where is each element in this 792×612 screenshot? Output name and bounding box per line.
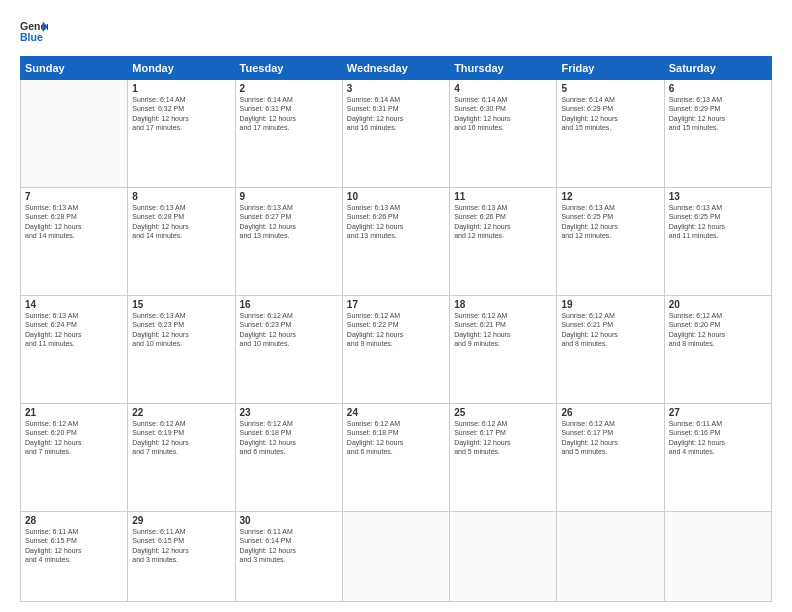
day-info: Sunrise: 6:13 AM Sunset: 6:28 PM Dayligh… bbox=[25, 203, 123, 241]
logo-icon: General Blue bbox=[20, 18, 48, 46]
calendar-cell: 8Sunrise: 6:13 AM Sunset: 6:28 PM Daylig… bbox=[128, 188, 235, 296]
day-number: 6 bbox=[669, 83, 767, 94]
calendar-cell: 24Sunrise: 6:12 AM Sunset: 6:18 PM Dayli… bbox=[342, 404, 449, 512]
day-number: 13 bbox=[669, 191, 767, 202]
calendar-week-4: 21Sunrise: 6:12 AM Sunset: 6:20 PM Dayli… bbox=[21, 404, 772, 512]
day-info: Sunrise: 6:13 AM Sunset: 6:26 PM Dayligh… bbox=[454, 203, 552, 241]
calendar-week-3: 14Sunrise: 6:13 AM Sunset: 6:24 PM Dayli… bbox=[21, 296, 772, 404]
calendar-cell bbox=[664, 512, 771, 602]
day-number: 3 bbox=[347, 83, 445, 94]
day-info: Sunrise: 6:13 AM Sunset: 6:23 PM Dayligh… bbox=[132, 311, 230, 349]
day-info: Sunrise: 6:12 AM Sunset: 6:20 PM Dayligh… bbox=[25, 419, 123, 457]
calendar-cell: 29Sunrise: 6:11 AM Sunset: 6:15 PM Dayli… bbox=[128, 512, 235, 602]
logo: General Blue bbox=[20, 18, 48, 46]
day-info: Sunrise: 6:13 AM Sunset: 6:24 PM Dayligh… bbox=[25, 311, 123, 349]
day-info: Sunrise: 6:11 AM Sunset: 6:15 PM Dayligh… bbox=[132, 527, 230, 565]
page: General Blue SundayMondayTuesdayWednesda… bbox=[0, 0, 792, 612]
day-info: Sunrise: 6:12 AM Sunset: 6:17 PM Dayligh… bbox=[454, 419, 552, 457]
day-info: Sunrise: 6:12 AM Sunset: 6:18 PM Dayligh… bbox=[240, 419, 338, 457]
weekday-header-sunday: Sunday bbox=[21, 57, 128, 80]
calendar-cell: 13Sunrise: 6:13 AM Sunset: 6:25 PM Dayli… bbox=[664, 188, 771, 296]
weekday-header-friday: Friday bbox=[557, 57, 664, 80]
day-number: 27 bbox=[669, 407, 767, 418]
weekday-header-saturday: Saturday bbox=[664, 57, 771, 80]
day-info: Sunrise: 6:13 AM Sunset: 6:29 PM Dayligh… bbox=[669, 95, 767, 133]
day-number: 4 bbox=[454, 83, 552, 94]
calendar-cell: 19Sunrise: 6:12 AM Sunset: 6:21 PM Dayli… bbox=[557, 296, 664, 404]
day-number: 23 bbox=[240, 407, 338, 418]
day-info: Sunrise: 6:12 AM Sunset: 6:21 PM Dayligh… bbox=[561, 311, 659, 349]
day-number: 2 bbox=[240, 83, 338, 94]
calendar-cell: 10Sunrise: 6:13 AM Sunset: 6:26 PM Dayli… bbox=[342, 188, 449, 296]
day-number: 10 bbox=[347, 191, 445, 202]
calendar-week-2: 7Sunrise: 6:13 AM Sunset: 6:28 PM Daylig… bbox=[21, 188, 772, 296]
day-info: Sunrise: 6:13 AM Sunset: 6:27 PM Dayligh… bbox=[240, 203, 338, 241]
day-info: Sunrise: 6:12 AM Sunset: 6:21 PM Dayligh… bbox=[454, 311, 552, 349]
calendar-cell: 16Sunrise: 6:12 AM Sunset: 6:23 PM Dayli… bbox=[235, 296, 342, 404]
weekday-header-tuesday: Tuesday bbox=[235, 57, 342, 80]
calendar-cell: 1Sunrise: 6:14 AM Sunset: 6:32 PM Daylig… bbox=[128, 80, 235, 188]
day-number: 5 bbox=[561, 83, 659, 94]
day-number: 16 bbox=[240, 299, 338, 310]
calendar-cell: 25Sunrise: 6:12 AM Sunset: 6:17 PM Dayli… bbox=[450, 404, 557, 512]
calendar-cell: 11Sunrise: 6:13 AM Sunset: 6:26 PM Dayli… bbox=[450, 188, 557, 296]
calendar-cell: 20Sunrise: 6:12 AM Sunset: 6:20 PM Dayli… bbox=[664, 296, 771, 404]
day-info: Sunrise: 6:12 AM Sunset: 6:23 PM Dayligh… bbox=[240, 311, 338, 349]
svg-text:Blue: Blue bbox=[20, 31, 43, 43]
calendar-table: SundayMondayTuesdayWednesdayThursdayFrid… bbox=[20, 56, 772, 602]
day-info: Sunrise: 6:12 AM Sunset: 6:18 PM Dayligh… bbox=[347, 419, 445, 457]
weekday-header-wednesday: Wednesday bbox=[342, 57, 449, 80]
day-info: Sunrise: 6:13 AM Sunset: 6:26 PM Dayligh… bbox=[347, 203, 445, 241]
day-info: Sunrise: 6:14 AM Sunset: 6:31 PM Dayligh… bbox=[347, 95, 445, 133]
calendar-cell: 15Sunrise: 6:13 AM Sunset: 6:23 PM Dayli… bbox=[128, 296, 235, 404]
day-info: Sunrise: 6:12 AM Sunset: 6:19 PM Dayligh… bbox=[132, 419, 230, 457]
day-info: Sunrise: 6:11 AM Sunset: 6:16 PM Dayligh… bbox=[669, 419, 767, 457]
calendar-cell: 23Sunrise: 6:12 AM Sunset: 6:18 PM Dayli… bbox=[235, 404, 342, 512]
day-number: 9 bbox=[240, 191, 338, 202]
day-number: 17 bbox=[347, 299, 445, 310]
day-info: Sunrise: 6:12 AM Sunset: 6:17 PM Dayligh… bbox=[561, 419, 659, 457]
day-info: Sunrise: 6:12 AM Sunset: 6:22 PM Dayligh… bbox=[347, 311, 445, 349]
day-number: 29 bbox=[132, 515, 230, 526]
day-info: Sunrise: 6:14 AM Sunset: 6:30 PM Dayligh… bbox=[454, 95, 552, 133]
calendar-week-5: 28Sunrise: 6:11 AM Sunset: 6:15 PM Dayli… bbox=[21, 512, 772, 602]
calendar-cell: 22Sunrise: 6:12 AM Sunset: 6:19 PM Dayli… bbox=[128, 404, 235, 512]
day-number: 8 bbox=[132, 191, 230, 202]
day-info: Sunrise: 6:14 AM Sunset: 6:29 PM Dayligh… bbox=[561, 95, 659, 133]
calendar-cell: 28Sunrise: 6:11 AM Sunset: 6:15 PM Dayli… bbox=[21, 512, 128, 602]
calendar-cell: 17Sunrise: 6:12 AM Sunset: 6:22 PM Dayli… bbox=[342, 296, 449, 404]
calendar-cell: 18Sunrise: 6:12 AM Sunset: 6:21 PM Dayli… bbox=[450, 296, 557, 404]
calendar-cell: 12Sunrise: 6:13 AM Sunset: 6:25 PM Dayli… bbox=[557, 188, 664, 296]
day-info: Sunrise: 6:13 AM Sunset: 6:28 PM Dayligh… bbox=[132, 203, 230, 241]
calendar-week-1: 1Sunrise: 6:14 AM Sunset: 6:32 PM Daylig… bbox=[21, 80, 772, 188]
day-number: 25 bbox=[454, 407, 552, 418]
day-number: 15 bbox=[132, 299, 230, 310]
day-info: Sunrise: 6:14 AM Sunset: 6:31 PM Dayligh… bbox=[240, 95, 338, 133]
day-number: 28 bbox=[25, 515, 123, 526]
calendar-cell bbox=[21, 80, 128, 188]
weekday-header-monday: Monday bbox=[128, 57, 235, 80]
day-info: Sunrise: 6:13 AM Sunset: 6:25 PM Dayligh… bbox=[561, 203, 659, 241]
calendar-cell: 27Sunrise: 6:11 AM Sunset: 6:16 PM Dayli… bbox=[664, 404, 771, 512]
header: General Blue bbox=[20, 18, 772, 46]
day-info: Sunrise: 6:14 AM Sunset: 6:32 PM Dayligh… bbox=[132, 95, 230, 133]
calendar-cell: 9Sunrise: 6:13 AM Sunset: 6:27 PM Daylig… bbox=[235, 188, 342, 296]
calendar-cell: 5Sunrise: 6:14 AM Sunset: 6:29 PM Daylig… bbox=[557, 80, 664, 188]
calendar-cell bbox=[557, 512, 664, 602]
calendar-cell: 30Sunrise: 6:11 AM Sunset: 6:14 PM Dayli… bbox=[235, 512, 342, 602]
day-number: 24 bbox=[347, 407, 445, 418]
day-number: 7 bbox=[25, 191, 123, 202]
weekday-header-row: SundayMondayTuesdayWednesdayThursdayFrid… bbox=[21, 57, 772, 80]
calendar-cell: 26Sunrise: 6:12 AM Sunset: 6:17 PM Dayli… bbox=[557, 404, 664, 512]
day-number: 22 bbox=[132, 407, 230, 418]
calendar-cell: 3Sunrise: 6:14 AM Sunset: 6:31 PM Daylig… bbox=[342, 80, 449, 188]
day-number: 12 bbox=[561, 191, 659, 202]
calendar-cell: 6Sunrise: 6:13 AM Sunset: 6:29 PM Daylig… bbox=[664, 80, 771, 188]
day-number: 30 bbox=[240, 515, 338, 526]
day-number: 26 bbox=[561, 407, 659, 418]
calendar-cell: 7Sunrise: 6:13 AM Sunset: 6:28 PM Daylig… bbox=[21, 188, 128, 296]
day-info: Sunrise: 6:12 AM Sunset: 6:20 PM Dayligh… bbox=[669, 311, 767, 349]
calendar-cell bbox=[342, 512, 449, 602]
day-info: Sunrise: 6:11 AM Sunset: 6:14 PM Dayligh… bbox=[240, 527, 338, 565]
weekday-header-thursday: Thursday bbox=[450, 57, 557, 80]
